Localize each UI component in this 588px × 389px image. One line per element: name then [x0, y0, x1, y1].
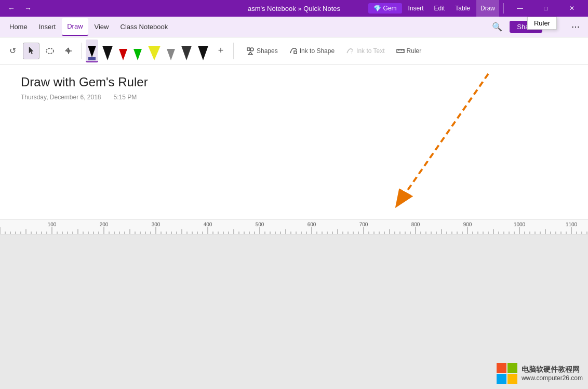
ink-to-shape-icon [289, 47, 298, 55]
svg-rect-17 [507, 374, 517, 384]
lasso-icon [45, 46, 55, 56]
watermark-text: 电脑软硬件教程网 www.computer26.com [522, 365, 583, 382]
svg-point-0 [46, 48, 54, 54]
ruler-button[interactable]: Ruler [392, 43, 426, 59]
undo-button[interactable]: ↺ [4, 43, 21, 59]
draw-menu-item[interactable]: Draw [476, 0, 499, 17]
ruler-tooltip-text: Ruler [534, 19, 550, 27]
watermark-line2: www.computer26.com [522, 374, 583, 382]
shapes-button[interactable]: Shapes [242, 43, 282, 59]
title-bar-center: asm's Notebook » Quick Notes [248, 5, 340, 12]
svg-point-3 [250, 48, 253, 51]
ruler-icon [396, 47, 405, 55]
pen-dark-marker[interactable] [179, 40, 194, 62]
search-button[interactable]: 🔍 [489, 19, 505, 35]
note-time: 5:15 PM [114, 94, 137, 101]
pen-gray[interactable] [165, 40, 177, 62]
gem-button[interactable]: 💎 Gem [368, 3, 402, 14]
pen-yellow-highlighter[interactable] [146, 40, 163, 62]
gem-label: Gem [383, 5, 397, 12]
gem-icon: 💎 [373, 5, 381, 12]
edit-menu-item[interactable]: Edit [430, 0, 449, 17]
maximize-button[interactable]: □ [534, 0, 558, 17]
pen-black-thick[interactable] [196, 40, 210, 62]
watermark-line1: 电脑软硬件教程网 [522, 365, 583, 374]
ruler-canvas [0, 219, 588, 234]
tab-insert[interactable]: Insert [34, 18, 61, 36]
notebook-title: asm's Notebook » Quick Notes [248, 5, 340, 12]
forward-button[interactable]: → [21, 1, 35, 16]
ruler-label: Ruler [407, 47, 422, 55]
tab-view[interactable]: View [89, 18, 114, 36]
svg-rect-16 [497, 374, 506, 384]
pen-green[interactable] [131, 40, 144, 62]
note-meta: Thursday, December 6, 2018 5:15 PM [21, 94, 567, 101]
draw-toolbar: ↺ [0, 37, 588, 64]
pen-black-marker[interactable] [100, 40, 115, 62]
more-button[interactable]: ⋯ [567, 19, 584, 35]
watermark-logo [497, 363, 517, 384]
tab-home[interactable]: Home [4, 18, 33, 36]
svg-rect-5 [294, 51, 297, 54]
menu-bar: Home Insert Draw View Class Notebook 🔍 S… [0, 17, 588, 37]
ink-to-shape-button[interactable]: Ink to Shape [285, 43, 339, 59]
note-content: Draw with Gem's Ruler Thursday, December… [0, 64, 588, 111]
ruler-tooltip: Ruler [527, 17, 557, 30]
main-wrapper: Draw with Gem's Ruler Thursday, December… [0, 64, 588, 389]
shapes-icon [246, 47, 255, 55]
tab-draw[interactable]: Draw [62, 18, 88, 36]
separator-2 [233, 43, 234, 59]
svg-text:T: T [351, 50, 353, 55]
close-button[interactable]: ✕ [560, 0, 584, 17]
svg-marker-4 [248, 52, 252, 55]
add-pen-button[interactable]: + [212, 43, 229, 59]
ink-to-text-button[interactable]: T Ink to Text [342, 43, 389, 59]
ink-to-text-label: Ink to Text [356, 47, 384, 55]
pen-black-square[interactable] [86, 40, 98, 62]
canvas-area[interactable]: Draw with Gem's Ruler Thursday, December… [0, 64, 588, 219]
svg-rect-15 [507, 363, 517, 373]
title-bar-right: 💎 Gem Insert Edit Table Draw — □ ✕ [368, 0, 584, 17]
ink-to-text-icon: T [346, 47, 354, 55]
transform-icon [64, 46, 73, 56]
shapes-label: Shapes [257, 47, 278, 55]
tab-class-notebook[interactable]: Class Notebook [115, 18, 173, 36]
ink-to-shape-label: Ink to Shape [300, 47, 335, 55]
nav-buttons: ← → [4, 1, 35, 16]
pen-red[interactable] [117, 40, 129, 62]
title-bar: ← → asm's Notebook » Quick Notes 💎 Gem I… [0, 0, 588, 17]
separator-1 [81, 43, 82, 59]
note-title: Draw with Gem's Ruler [21, 75, 567, 89]
select-cursor-button[interactable] [23, 43, 39, 59]
lasso-button[interactable] [42, 43, 58, 59]
back-button[interactable]: ← [4, 1, 19, 16]
minimize-button[interactable]: — [508, 0, 532, 17]
insert-menu-item[interactable]: Insert [404, 0, 428, 17]
svg-rect-2 [247, 48, 250, 50]
svg-rect-14 [497, 363, 506, 373]
cursor-icon [27, 46, 35, 56]
menu-bar-items: Home Insert Draw View Class Notebook [4, 18, 489, 36]
transform-button[interactable] [60, 43, 77, 59]
watermark: 电脑软硬件教程网 www.computer26.com [497, 363, 583, 384]
note-date: Thursday, December 6, 2018 [21, 94, 101, 101]
toolbar-right-actions: Shapes Ink to Shape T Ink to Text [242, 43, 425, 59]
table-menu-item[interactable]: Table [451, 0, 474, 17]
ruler-bar [0, 219, 588, 235]
